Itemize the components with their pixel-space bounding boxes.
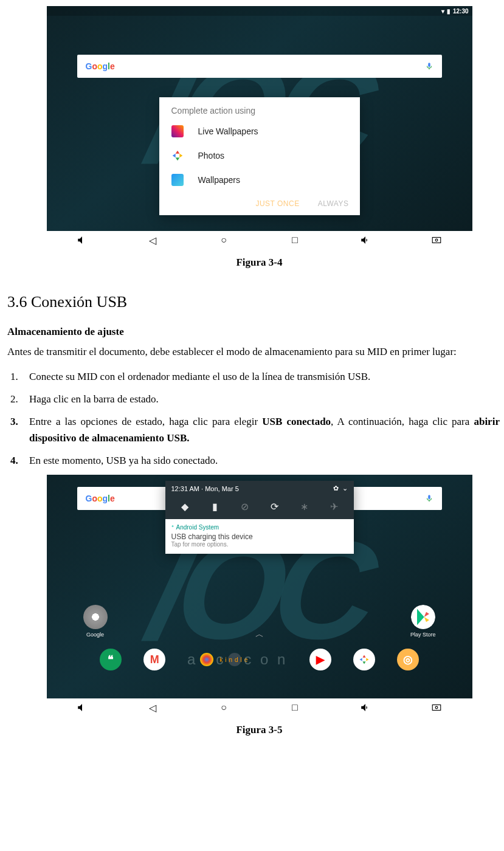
settings-icon[interactable]: ✿	[333, 484, 339, 492]
notification-title: USB charging this device	[171, 532, 348, 541]
section-heading: 3.6 Conexión USB	[7, 293, 504, 311]
step-2: Haga clic en la barra de estado.	[21, 391, 504, 407]
dnd-toggle-icon[interactable]: ⊘	[238, 500, 251, 513]
option-wallpapers[interactable]: Wallpapers	[159, 168, 360, 192]
wallpapers-icon	[171, 174, 184, 186]
live-wallpapers-icon	[171, 125, 184, 137]
microphone-icon[interactable]	[425, 62, 433, 71]
complete-action-dialog: Complete action using Live Wallpapers Ph…	[159, 97, 360, 215]
bluetooth-toggle-icon[interactable]: ∗	[297, 500, 311, 513]
volume-down-icon[interactable]	[77, 235, 88, 246]
airplane-toggle-icon[interactable]: ✈	[327, 500, 340, 513]
google-folder[interactable]: Google	[83, 605, 108, 638]
google-logo: Google	[86, 494, 115, 503]
wifi-toggle-icon[interactable]: ◆	[178, 500, 192, 513]
usb-notification[interactable]: ᐤAndroid System USB charging this device…	[165, 519, 354, 554]
tablet-screenshot-1: /OC ▾ ▮ 12:30 Google Complete action usi…	[47, 6, 472, 249]
microphone-icon[interactable]	[425, 494, 433, 503]
home-icon[interactable]: ○	[218, 235, 229, 246]
option-photos[interactable]: Photos	[159, 143, 360, 168]
google-search-bar[interactable]: Google	[77, 55, 442, 78]
subsection-heading: Almacenamiento de ajuste	[7, 326, 504, 338]
figure-3-4: /OC ▾ ▮ 12:30 Google Complete action usi…	[7, 6, 504, 269]
option-label: Live Wallpapers	[198, 126, 258, 136]
step-4: En este momento, USB ya ha sido conectad…	[21, 452, 504, 469]
status-bar: ▾ ▮ 12:30	[47, 6, 472, 16]
notification-subtitle: Tap for more options.	[171, 541, 348, 548]
tablet-screenshot-2: /OC Google 12:31 AM · Mon, Mar 5 ✿ ⌄ ◆ ▮…	[47, 475, 472, 717]
dialog-title: Complete action using	[159, 97, 360, 119]
google-logo: Google	[86, 61, 115, 71]
rotate-toggle-icon[interactable]: ⟳	[268, 500, 281, 513]
play-store-app[interactable]: Play Store	[410, 605, 436, 638]
app-drawer-handle[interactable]: ︿	[255, 629, 264, 640]
steps-list: Conecte su MID con el ordenador mediante…	[7, 368, 504, 469]
navigation-bar: ◁ ○ □	[47, 698, 472, 717]
always-button[interactable]: ALWAYS	[318, 199, 349, 208]
youtube-icon[interactable]: ▶	[309, 649, 331, 670]
figure-3-5: /OC Google 12:31 AM · Mon, Mar 5 ✿ ⌄ ◆ ▮…	[7, 475, 504, 736]
battery-toggle-icon[interactable]: ▮	[208, 500, 221, 513]
option-live-wallpapers[interactable]: Live Wallpapers	[159, 119, 360, 143]
recents-icon[interactable]: □	[289, 235, 300, 246]
step-1: Conecte su MID con el ordenador mediante…	[21, 368, 504, 385]
camera-icon[interactable]: ◎	[397, 649, 419, 670]
android-icon: ᐤ	[171, 524, 174, 531]
back-icon[interactable]: ◁	[147, 702, 158, 713]
svg-rect-3	[432, 705, 441, 711]
step-3: Entre a las opciones de estado, haga cli…	[21, 413, 504, 446]
svg-point-4	[435, 707, 438, 709]
option-label: Photos	[198, 151, 225, 160]
volume-up-icon[interactable]	[360, 235, 371, 246]
volume-up-icon[interactable]	[360, 702, 371, 713]
figure-caption: Figura 3-4	[7, 257, 504, 269]
navigation-bar: ◁ ○ □	[47, 231, 472, 249]
gmail-icon[interactable]: M	[143, 649, 165, 670]
expand-icon[interactable]: ⌄	[342, 484, 348, 492]
svg-rect-0	[432, 238, 441, 243]
back-icon[interactable]: ◁	[147, 235, 158, 246]
dock: ❝ M ackindlec o n ▶ ◎	[47, 643, 472, 677]
hangouts-icon[interactable]: ❝	[100, 649, 122, 670]
battery-icon: ▮	[447, 8, 450, 15]
screenshot-icon[interactable]	[431, 235, 442, 246]
panel-time: 12:31 AM · Mon, Mar 5	[171, 485, 239, 492]
just-once-button[interactable]: JUST ONCE	[255, 199, 299, 208]
wifi-icon: ▾	[441, 8, 444, 15]
screenshot-icon[interactable]	[431, 702, 442, 713]
figure-caption: Figura 3-5	[7, 724, 504, 736]
option-label: Wallpapers	[198, 175, 241, 185]
brand-overlay: ackindlec o n	[187, 651, 288, 668]
volume-down-icon[interactable]	[77, 702, 88, 713]
intro-paragraph: Antes de transmitir el documento, debe e…	[7, 344, 504, 360]
photos-icon	[171, 150, 184, 162]
recents-icon[interactable]: □	[289, 702, 300, 713]
photos-app-icon[interactable]	[353, 649, 375, 670]
notification-panel[interactable]: 12:31 AM · Mon, Mar 5 ✿ ⌄ ◆ ▮ ⊘ ⟳ ∗ ✈ ᐤA…	[165, 481, 354, 554]
svg-point-1	[435, 239, 438, 241]
status-clock: 12:30	[453, 8, 469, 15]
home-icon[interactable]: ○	[218, 702, 229, 713]
